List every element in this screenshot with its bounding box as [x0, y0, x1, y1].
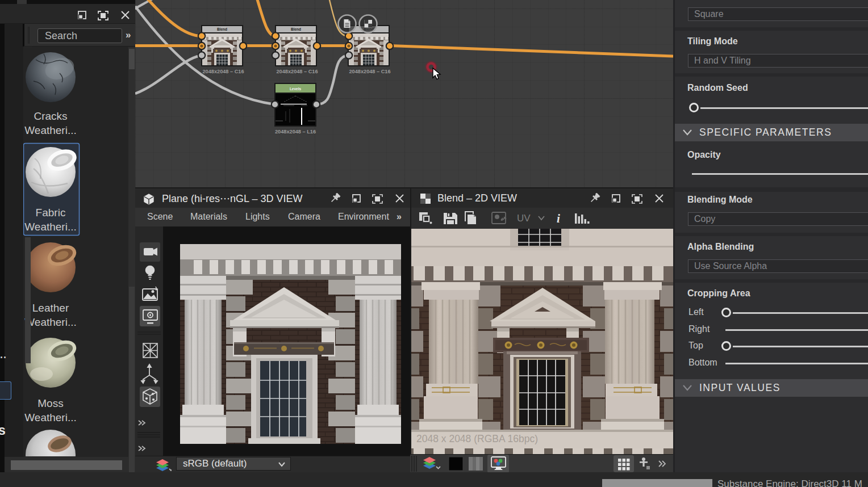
svg-text:Weatheri...: Weatheri...	[24, 412, 77, 423]
svg-text:Fabric: Fabric	[36, 207, 66, 219]
svg-text:2048 x 2048 (RGBA 16bpc): 2048 x 2048 (RGBA 16bpc)	[416, 433, 538, 444]
svg-text:2048x2048 – C16: 2048x2048 – C16	[202, 69, 244, 74]
svg-text:Weatheri...: Weatheri...	[24, 124, 77, 136]
svg-text:i: i	[557, 212, 560, 225]
svg-text:2048x2048 – L16: 2048x2048 – L16	[275, 129, 316, 135]
svg-text:Cracks: Cracks	[34, 110, 67, 122]
svg-text:Weatheri...: Weatheri...	[24, 221, 77, 233]
svg-text:2048x2048 – C16: 2048x2048 – C16	[276, 69, 318, 74]
svg-text:Weatheri...: Weatheri...	[24, 316, 77, 328]
svg-text:UV: UV	[517, 213, 531, 224]
svg-text:Moss: Moss	[37, 397, 63, 409]
svg-text:Levels: Levels	[290, 87, 302, 91]
svg-text:2048x2048 – C16: 2048x2048 – C16	[349, 69, 390, 74]
svg-text:Leather: Leather	[32, 302, 69, 314]
